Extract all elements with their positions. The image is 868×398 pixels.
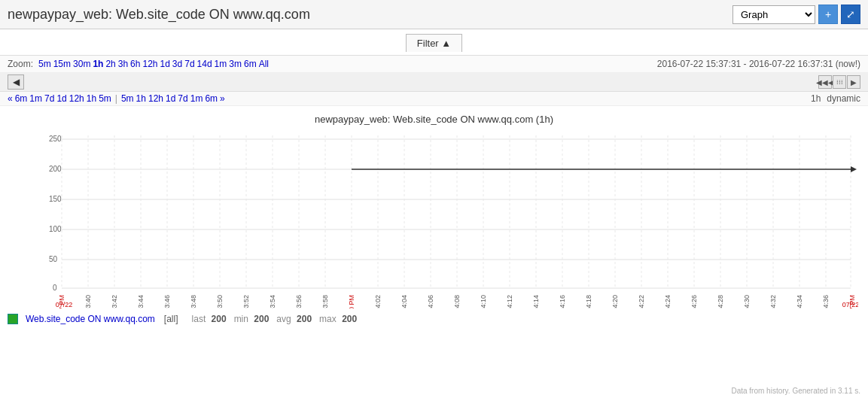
filter-tab[interactable]: Filter ▲ (406, 34, 462, 52)
x-label-3: 03:44 (137, 295, 145, 308)
y-label-50: 50 (49, 255, 58, 263)
chart-container: 250 200 150 100 50 0 (8, 128, 860, 311)
zoom-3h[interactable]: 3h (118, 59, 128, 69)
data-arrow (851, 166, 857, 172)
nav-next-small[interactable]: ⁞⁞⁞ (833, 75, 846, 89)
period-6m-next[interactable]: 6m (205, 93, 218, 104)
x-label-18: 04:16 (559, 295, 566, 308)
period-1h-next[interactable]: 1h (136, 93, 146, 104)
zoom-3m[interactable]: 3m (229, 59, 242, 69)
x-label-23: 04:26 (690, 295, 698, 308)
nav-prev-small[interactable]: ◀◀◀ (818, 75, 832, 89)
y-label-200: 200 (49, 165, 62, 173)
nav-arrows: ◀◀◀ ⁞⁞⁞ ▶ (818, 75, 860, 89)
period-6m-prev[interactable]: 6m (15, 93, 28, 104)
x-label-21: 04:22 (638, 295, 645, 308)
x-label-22: 04:24 (664, 295, 672, 308)
x-label-20: 04:20 (611, 295, 619, 308)
zoom-bar: Zoom: 5m 15m 30m 1h 2h 3h 6h 12h 1d 3d 7… (0, 56, 868, 73)
period-5m-next[interactable]: 5m (121, 93, 134, 104)
x-label-26: 04:32 (769, 295, 777, 308)
expand-button[interactable]: ⤢ (841, 5, 860, 24)
period-1h-prev[interactable]: 1h (87, 93, 96, 104)
min-label: min (234, 314, 248, 324)
nav-next-controls: ◀◀◀ ⁞⁞⁞ ▶ (818, 75, 860, 89)
zoom-2h[interactable]: 2h (105, 59, 115, 69)
period-7d-prev[interactable]: 7d (44, 93, 54, 104)
x-label-27: 04:34 (796, 295, 803, 308)
zoom-1m[interactable]: 1m (215, 59, 227, 69)
zoom-15m[interactable]: 15m (53, 59, 71, 69)
zoom-14d[interactable]: 14d (197, 59, 212, 69)
period-far-next[interactable]: » (220, 93, 225, 104)
zoom-30m[interactable]: 30m (73, 59, 90, 69)
period-far-prev[interactable]: « (8, 93, 13, 104)
period-nav-links: « 6m 1m 7d 1d 12h 1h 5m | 5m 1h 12h 1d 7… (8, 93, 225, 104)
legend-color-swatch (8, 314, 18, 324)
legend-all: [all] (164, 314, 178, 324)
x-label-17: 04:14 (532, 295, 540, 308)
x-label-4pm: 04:00 PM (348, 295, 355, 308)
period-info: 1h dynamic (811, 93, 860, 104)
x-label-6: 03:50 (216, 295, 224, 308)
y-label-250: 250 (49, 135, 62, 143)
period-bar: « 6m 1m 7d 1d 12h 1h 5m | 5m 1h 12h 1d 7… (0, 92, 868, 106)
chart-title: newpaypay_web: Web.site_code ON www.qq.c… (0, 114, 868, 125)
zoom-all[interactable]: All (259, 59, 269, 69)
date-start: 07/22 (56, 301, 73, 308)
footer-note: Data from history. Generated in 3.11 s. (731, 387, 860, 395)
x-label-1: 03:40 (84, 295, 92, 308)
x-label-16: 04:12 (506, 295, 513, 308)
date-range: 2016-07-22 15:37:31 - 2016-07-22 16:37:3… (657, 59, 860, 69)
y-label-0: 0 (53, 284, 57, 292)
x-label-4: 03:46 (163, 295, 171, 308)
x-label-14: 04:08 (453, 295, 461, 308)
period-1d-next[interactable]: 1d (166, 93, 175, 104)
legend-stats: last 200 min 200 avg 200 max 200 (192, 314, 358, 324)
page-header: newpaypay_web: Web.site_code ON www.qq.c… (0, 0, 868, 29)
header-controls: Graph Chart Table + ⤢ (732, 5, 860, 24)
zoom-12h[interactable]: 12h (142, 59, 157, 69)
x-label-24: 04:28 (717, 295, 724, 308)
period-12h-next[interactable]: 12h (148, 93, 163, 104)
legend-area: Web.site_code ON www.qq.com [all] last 2… (0, 311, 868, 327)
y-label-150: 150 (49, 195, 62, 203)
period-5m-prev[interactable]: 5m (99, 93, 111, 104)
filter-bar: Filter ▲ (0, 29, 868, 56)
legend-metric-link[interactable]: Web.site_code ON www.qq.com (26, 314, 155, 324)
zoom-1h[interactable]: 1h (93, 59, 103, 69)
zoom-5m[interactable]: 5m (38, 59, 51, 69)
add-graph-button[interactable]: + (818, 5, 838, 24)
x-label-11: 04:02 (374, 295, 382, 308)
x-label-10: 03:58 (321, 295, 329, 308)
zoom-label: Zoom: (8, 59, 33, 69)
zoom-6h[interactable]: 6h (130, 59, 140, 69)
prev-button[interactable]: ◀ (8, 74, 24, 90)
nav-bar: ◀ ◀◀◀ ⁞⁞⁞ ▶ (0, 73, 868, 92)
x-label-8: 03:54 (269, 295, 276, 308)
nav-prev-button-area: ◀ (8, 74, 24, 90)
min-value: 200 (254, 314, 269, 324)
zoom-7d[interactable]: 7d (184, 59, 194, 69)
page-title: newpaypay_web: Web.site_code ON www.qq.c… (8, 7, 310, 23)
x-label-28: 04:36 (822, 295, 830, 308)
nav-next-arrow[interactable]: ▶ (847, 75, 860, 89)
zoom-6m[interactable]: 6m (244, 59, 257, 69)
graph-type-select[interactable]: Graph Chart Table (732, 5, 815, 24)
zoom-3d[interactable]: 3d (172, 59, 182, 69)
period-1m-prev[interactable]: 1m (29, 93, 42, 104)
max-value: 200 (342, 314, 357, 324)
zoom-controls: Zoom: 5m 15m 30m 1h 2h 3h 6h 12h 1d 3d 7… (8, 59, 269, 69)
period-7d-next[interactable]: 7d (178, 93, 187, 104)
period-1m-next[interactable]: 1m (190, 93, 203, 104)
period-12h-prev[interactable]: 12h (69, 93, 84, 104)
chart-area: newpaypay_web: Web.site_code ON www.qq.c… (0, 106, 868, 311)
period-separator: | (115, 93, 117, 104)
x-label-15: 04:10 (480, 295, 487, 308)
zoom-1d[interactable]: 1d (160, 59, 170, 69)
period-1d-prev[interactable]: 1d (56, 93, 66, 104)
last-label: last (192, 314, 206, 324)
avg-value: 200 (297, 314, 312, 324)
x-label-25: 04:30 (743, 295, 751, 308)
date-end: 07/22 (842, 301, 858, 308)
